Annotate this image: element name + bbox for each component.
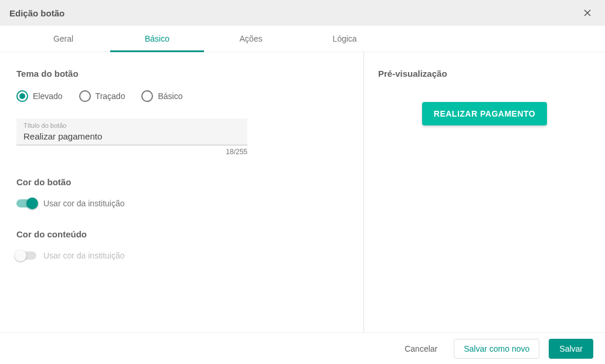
theme-radio-group: Elevado Traçado Básico [16, 90, 345, 102]
radio-label: Traçado [96, 91, 125, 101]
title-char-count: 18/255 [16, 148, 247, 156]
radio-elevado[interactable]: Elevado [16, 90, 63, 102]
radio-icon [141, 90, 153, 102]
dialog-footer: Cancelar Salvar como novo Salvar [0, 332, 605, 364]
close-button[interactable] [579, 5, 596, 21]
title-field[interactable]: Título do botão [16, 118, 247, 145]
tab-geral[interactable]: Geral [16, 26, 110, 52]
radio-icon [16, 90, 28, 102]
button-color-toggle-label: Usar cor da instituição [43, 199, 125, 208]
button-color-section: Cor do botão Usar cor da instituição [16, 177, 345, 208]
tab-basico[interactable]: Básico [110, 26, 204, 52]
radio-basico[interactable]: Básico [141, 90, 182, 102]
theme-section-title: Tema do botão [16, 69, 345, 79]
button-color-toggle-row: Usar cor da instituição [16, 199, 345, 208]
title-field-label: Título do botão [23, 122, 240, 129]
radio-tracado[interactable]: Traçado [79, 90, 125, 102]
dialog-body: Tema do botão Elevado Traçado Básico Tít… [0, 52, 605, 332]
tab-logica[interactable]: Lógica [298, 26, 392, 52]
save-as-new-button[interactable]: Salvar como novo [454, 339, 539, 359]
close-icon [582, 7, 593, 19]
radio-label: Elevado [33, 91, 63, 101]
content-color-toggle-label: Usar cor da instituição [43, 251, 125, 260]
dialog-header: Edição botão [0, 0, 605, 26]
form-pane: Tema do botão Elevado Traçado Básico Tít… [0, 52, 363, 332]
toggle-thumb-icon [15, 250, 26, 261]
content-color-section: Cor do conteúdo Usar cor da instituição [16, 229, 345, 260]
preview-pane: Pré-visualização REALIZAR PAGAMENTO [363, 52, 605, 332]
button-color-toggle[interactable] [16, 199, 36, 207]
radio-label: Básico [158, 91, 182, 101]
cancel-button[interactable]: Cancelar [397, 339, 444, 358]
tab-bar: Geral Básico Ações Lógica [0, 26, 605, 52]
button-color-title: Cor do botão [16, 177, 345, 187]
content-color-toggle[interactable] [16, 251, 36, 260]
preview-wrap: REALIZAR PAGAMENTO [378, 102, 591, 125]
preview-title: Pré-visualização [378, 69, 591, 79]
toggle-thumb-icon [26, 198, 38, 209]
tab-acoes[interactable]: Ações [204, 26, 298, 52]
preview-button[interactable]: REALIZAR PAGAMENTO [422, 102, 547, 125]
dialog-title: Edição botão [9, 8, 64, 18]
content-color-title: Cor do conteúdo [16, 229, 345, 239]
title-input[interactable] [23, 129, 240, 142]
theme-section: Tema do botão Elevado Traçado Básico Tít… [16, 69, 345, 156]
radio-icon [79, 90, 91, 102]
save-button[interactable]: Salvar [549, 339, 593, 359]
content-color-toggle-row: Usar cor da instituição [16, 251, 345, 260]
